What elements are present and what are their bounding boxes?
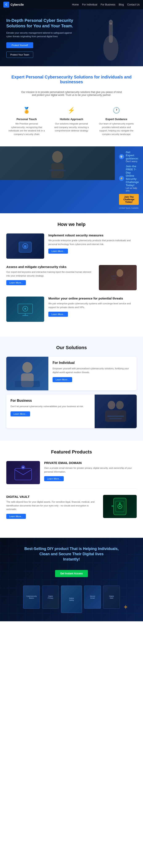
solution-business-title: For Business xyxy=(10,399,90,403)
solution-individual-btn[interactable]: Learn More... xyxy=(53,377,72,382)
svg-point-15 xyxy=(24,308,26,310)
svg-rect-33 xyxy=(119,502,120,505)
product-email-title: PRIVATE EMAIL DOMAIN xyxy=(44,461,137,465)
book-1: CybersecurityBasics xyxy=(23,586,40,609)
challenge-line2: ⚡ Join the FREE 7-Day Online Security Ch… xyxy=(119,165,139,192)
svg-point-32 xyxy=(119,506,120,507)
product-vault-image xyxy=(103,495,137,518)
bolt-challenge-icon: ⚡ xyxy=(119,176,124,181)
help-desc-3: We pair enterprise-grade cybersecurity s… xyxy=(48,302,137,309)
svg-rect-8 xyxy=(24,245,27,248)
nav-individual[interactable]: For Individual xyxy=(82,3,97,6)
solution-business-desc: Don't let personal cybersecurity vulnera… xyxy=(10,405,90,408)
product-email-image: ✉ xyxy=(6,461,40,484)
digital-vault-icon xyxy=(110,496,129,517)
product-email-content: PRIVATE EMAIL DOMAIN Own a private email… xyxy=(44,461,137,481)
join-challenge-button[interactable]: Join The Challenge Today! xyxy=(119,194,139,205)
nav-contact[interactable]: Contact Us xyxy=(127,3,140,6)
solutions-section: Our Solutions For Individual Empower you… xyxy=(0,337,143,441)
feature-holistic-title: Holistic Approach xyxy=(53,118,90,121)
holistic-icon: ⚡ xyxy=(66,105,77,116)
starburst-icon: ✦ xyxy=(123,603,128,611)
solution-individual-inner: For Individual Empower yourself with per… xyxy=(6,357,137,390)
svg-rect-11 xyxy=(111,276,117,277)
feature-personal-touch-desc: We Prioritize personal cybersecurity, re… xyxy=(8,122,45,136)
svg-rect-25 xyxy=(109,418,122,419)
product-vault-title: DIGITAL VAULT xyxy=(6,495,99,498)
nav-home[interactable]: Home xyxy=(72,3,79,6)
product-vault-btn[interactable]: Learn More... xyxy=(6,514,26,519)
challenge-get-expert: Get Expert guidance: xyxy=(126,151,139,160)
solution-business-image xyxy=(95,395,137,428)
how-we-help-title: How we help xyxy=(6,222,137,227)
solution-business-card: For Business Don't let personal cybersec… xyxy=(6,395,137,428)
solution-individual-card: For Individual Empower yourself with per… xyxy=(6,357,137,390)
person-training-icon xyxy=(107,267,128,288)
feature-expert: 🕐 Expert Guidance Our team of cybersecur… xyxy=(96,103,137,138)
svg-rect-12 xyxy=(111,278,116,279)
help-btn-2[interactable]: Learn More... xyxy=(6,280,26,285)
expert-icon: 🕐 xyxy=(111,105,121,116)
product-digital-vault: DIGITAL VAULT The safe-deposit box for y… xyxy=(6,495,137,523)
feature-holistic-desc: Our solutions integrate personal and com… xyxy=(53,122,90,132)
help-btn-3[interactable]: Learn More... xyxy=(48,312,68,317)
book-1-label: CybersecurityBasics xyxy=(27,595,37,599)
logo: C Cybercile xyxy=(3,2,24,7)
feature-personal-touch-title: Personal Touch xyxy=(8,118,45,121)
help-content-2: Assess and mitigate cybersecurity risks … xyxy=(6,265,95,285)
help-desc-2: Our expert-led keynotes and interactive … xyxy=(6,270,95,278)
individual-person-icon xyxy=(15,360,40,387)
help-content-3: Monitor your online presence for potenti… xyxy=(48,297,137,317)
featured-products-section: Featured Products ✉ PRIVATE EMAIL DOMAIN… xyxy=(0,441,143,538)
svg-text:✉: ✉ xyxy=(22,466,24,469)
protect-yourself-button[interactable]: Protect Yourself xyxy=(6,42,33,48)
hero-image xyxy=(79,9,143,66)
challenge-let-us: Let us help you. xyxy=(126,187,139,192)
expert-subtitle: Our mission is to provide personalized c… xyxy=(19,91,124,96)
svg-rect-24 xyxy=(107,415,124,417)
help-title-2: Assess and mitigate cybersecurity risks xyxy=(6,265,95,269)
book-4: SecureEmail xyxy=(84,586,101,609)
challenge-banner: 🛡️ Get Expert guidance: Don't worry ⚡ Jo… xyxy=(0,146,143,213)
svg-point-9 xyxy=(116,269,123,277)
solution-individual-desc: Empower yourself with personalized cyber… xyxy=(53,367,133,374)
help-title-1: Implement robust security measures xyxy=(48,234,137,237)
hero-buttons: Protect Yourself Protect Your Team xyxy=(6,42,33,58)
bestseller-content: Best-Selling DIY product That is Helping… xyxy=(6,546,137,613)
svg-rect-26 xyxy=(15,468,32,480)
product-vault-content: DIGITAL VAULT The safe-deposit box for y… xyxy=(6,495,99,519)
hero-heading: In-Depth Personal Cyber Security Solutio… xyxy=(6,18,78,29)
feature-holistic: ⚡ Holistic Approach Our solutions integr… xyxy=(51,103,92,138)
svg-point-21 xyxy=(108,401,115,409)
monitor-presence-icon xyxy=(15,301,36,318)
challenge-line1: 🛡️ Get Expert guidance: Don't worry xyxy=(119,151,139,162)
help-title-3: Monitor your online presence for potenti… xyxy=(48,297,137,300)
solutions-title: Our Solutions xyxy=(6,345,137,350)
help-item-1: Implement robust security measures We pr… xyxy=(6,234,137,259)
solution-business-btn[interactable]: Learn More... xyxy=(10,411,30,416)
nav-blog[interactable]: Blog xyxy=(119,3,124,6)
solution-business-content: For Business Don't let personal cybersec… xyxy=(6,395,95,428)
help-desc-1: We provide enterprise grade cybersecurit… xyxy=(48,239,137,246)
protect-team-button[interactable]: Protect Your Team xyxy=(6,52,33,58)
bestseller-title-main: Best-Selling DIY product That is Helping… xyxy=(24,547,119,556)
email-domain-icon: ✉ xyxy=(12,464,34,481)
svg-rect-10 xyxy=(116,277,123,286)
product-email-domain: ✉ PRIVATE EMAIL DOMAIN Own a private ema… xyxy=(6,461,137,489)
help-btn-1[interactable]: Learn More... xyxy=(48,249,68,254)
challenge-line2-text: Join the FREE 7-Day Online Security Chal… xyxy=(126,165,139,192)
product-email-btn[interactable]: Learn More... xyxy=(44,476,64,481)
hand-icon xyxy=(98,12,123,63)
help-item-2: Assess and mitigate cybersecurity risks … xyxy=(6,265,137,290)
svg-rect-17 xyxy=(22,315,28,316)
svg-rect-5 xyxy=(49,169,66,171)
bestseller-heading: Best-Selling DIY product That is Helping… xyxy=(19,546,124,562)
solution-business-inner: For Business Don't let personal cybersec… xyxy=(6,395,137,428)
nav-business[interactable]: For Business xyxy=(101,3,115,6)
svg-point-18 xyxy=(22,362,32,373)
get-instant-access-button[interactable]: Get Instant Access xyxy=(55,570,88,577)
personal-touch-icon: 🏅 xyxy=(22,105,32,116)
bestseller-title-highlight: Instantly! xyxy=(63,557,80,561)
svg-point-3 xyxy=(52,151,63,163)
hero-content: In-Depth Personal Cyber Security Solutio… xyxy=(6,18,78,58)
